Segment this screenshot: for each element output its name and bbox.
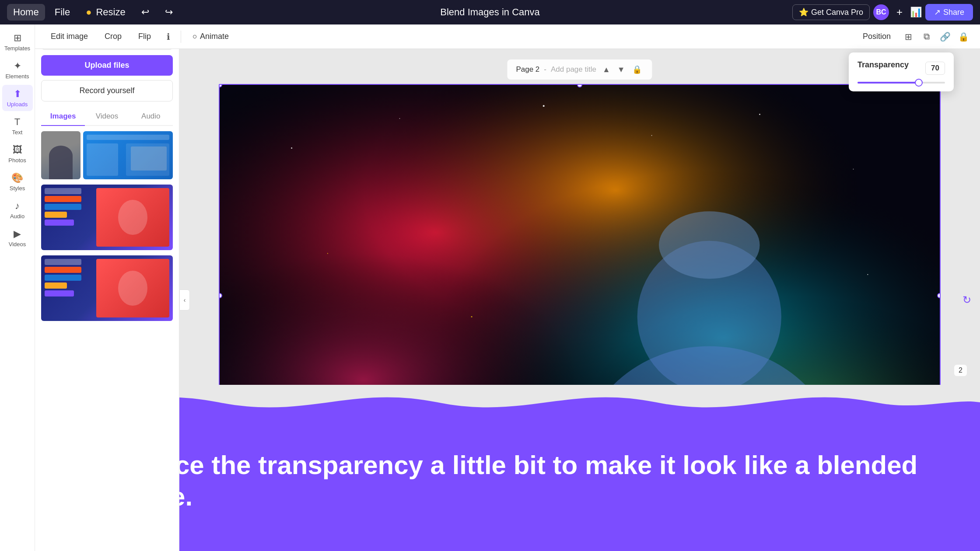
transparency-slider-track — [858, 82, 945, 84]
link-icon-button[interactable]: 🔗 — [937, 29, 953, 45]
media-tabs: Images Videos Audio — [41, 108, 173, 126]
analytics-icon[interactable]: 📊 — [910, 7, 922, 18]
videos-icon: ▶ — [14, 228, 21, 240]
left-sidebar: ⊞ Templates ✦ Elements ⬆ Uploads T Text … — [0, 24, 35, 551]
transparency-slider-fill — [858, 82, 919, 84]
page-label: Page 2 — [516, 65, 539, 74]
svg-point-18 — [659, 211, 760, 279]
add-page-title[interactable]: Add page title — [551, 65, 596, 74]
photos-icon: 🖼 — [13, 144, 22, 156]
thumb-screenshot-1[interactable] — [83, 131, 173, 179]
edit-image-label: Edit image — [51, 32, 88, 41]
transparency-title: Transparency — [858, 60, 909, 70]
sidebar-item-uploads[interactable]: ⬆ Uploads — [2, 85, 33, 111]
thumb-screenshot-3[interactable] — [41, 255, 173, 321]
share-button[interactable]: ↗ Share — [925, 4, 973, 21]
info-button[interactable]: ℹ — [161, 29, 176, 45]
sidebar-item-photos[interactable]: 🖼 Photos — [2, 141, 33, 167]
flip-button[interactable]: Flip — [131, 29, 158, 44]
page-indicator: 2 — [954, 365, 967, 376]
transparency-slider-thumb[interactable] — [915, 79, 923, 87]
uploads-icon: ⬆ — [14, 88, 21, 100]
edit-image-button[interactable]: Edit image — [44, 29, 95, 44]
sidebar-item-styles[interactable]: 🎨 Styles — [2, 169, 33, 195]
grid-row-2 — [41, 185, 173, 250]
upload-files-label: Upload files — [84, 61, 129, 70]
image-grid — [41, 131, 173, 321]
page-collapse-down[interactable]: ▼ — [616, 63, 627, 76]
edit-toolbar: Edit image Crop Flip ℹ ○ Animate Positio… — [35, 24, 980, 49]
svg-point-8 — [543, 105, 545, 107]
canva-pro-button[interactable]: ⭐ Get Canva Pro — [792, 4, 870, 20]
crop-label: Crop — [105, 32, 122, 41]
svg-point-11 — [853, 169, 854, 170]
transparency-icon-button[interactable]: ⧉ — [919, 29, 934, 45]
svg-point-12 — [327, 253, 328, 254]
separator: - — [544, 65, 546, 74]
audio-icon: ♪ — [15, 200, 20, 212]
top-navigation: Home File ● Resize ↩ ↪ Blend Images in C… — [0, 0, 980, 24]
record-yourself-label: Record yourself — [79, 86, 134, 95]
svg-point-6 — [291, 147, 292, 149]
resize-label: Resize — [96, 7, 125, 18]
thumb-screenshot-2[interactable] — [41, 185, 173, 250]
animate-icon: ○ — [192, 32, 197, 41]
thumb-portrait[interactable] — [41, 131, 80, 179]
lock-icon-button[interactable]: 🔒 — [956, 29, 971, 45]
transparency-value[interactable]: 70 — [925, 62, 945, 75]
styles-icon: 🎨 — [11, 172, 23, 184]
resize-button[interactable]: ● Resize — [80, 4, 132, 21]
grid-row-1 — [41, 131, 173, 179]
document-title: Blend Images in Canva — [440, 7, 539, 18]
svg-point-7 — [399, 118, 400, 119]
sidebar-item-elements[interactable]: ✦ Elements — [2, 57, 33, 83]
transparency-panel: Transparency 70 — [849, 52, 954, 91]
position-button[interactable]: Position — [856, 29, 898, 44]
add-collaborator-button[interactable]: + — [892, 5, 906, 19]
share-label: Share — [943, 8, 964, 17]
svg-point-9 — [651, 135, 652, 136]
tab-audio[interactable]: Audio — [129, 108, 173, 126]
avatar: BC — [873, 4, 889, 20]
templates-icon: ⊞ — [14, 32, 21, 44]
refresh-icon[interactable]: ↻ — [962, 294, 971, 306]
svg-point-14 — [867, 274, 868, 275]
star-icon: ⭐ — [799, 7, 808, 17]
file-label: File — [55, 7, 70, 18]
redo-button[interactable]: ↪ — [159, 4, 179, 21]
sidebar-item-audio[interactable]: ♪ Audio — [2, 197, 33, 223]
animate-button[interactable]: ○ Animate — [186, 29, 236, 44]
sidebar-item-videos[interactable]: ▶ Videos — [2, 225, 33, 251]
elements-icon: ✦ — [14, 60, 21, 72]
record-yourself-button[interactable]: Record yourself — [41, 80, 173, 101]
text-icon: T — [14, 116, 20, 128]
canva-pro-label: Get Canva Pro — [811, 8, 863, 17]
toolbar-divider — [181, 31, 181, 43]
animate-label: Animate — [200, 32, 229, 41]
sidebar-item-text[interactable]: T Text — [2, 113, 33, 139]
page-lock[interactable]: 🔒 — [630, 63, 644, 76]
upload-files-button[interactable]: Upload files — [41, 55, 173, 76]
page-collapse-up[interactable]: ▲ — [601, 63, 612, 76]
grid-icon-button[interactable]: ⊞ — [900, 29, 916, 45]
share-icon: ↗ — [934, 7, 941, 17]
resize-icon: ● — [86, 7, 91, 18]
handle-right-middle[interactable] — [937, 293, 941, 298]
crop-button[interactable]: Crop — [98, 29, 129, 44]
svg-point-13 — [471, 316, 472, 317]
uploads-panel: 🔍 Upload files Record yourself Images Vi… — [35, 24, 179, 551]
sidebar-item-templates[interactable]: ⊞ Templates — [2, 29, 33, 55]
svg-point-10 — [759, 114, 760, 115]
undo-button[interactable]: ↩ — [135, 4, 155, 21]
position-label: Position — [863, 32, 891, 41]
collapse-panel-button[interactable]: ‹ — [179, 289, 190, 310]
step-description: Reduce the transparency a little bit to … — [109, 450, 945, 513]
tab-videos[interactable]: Videos — [85, 108, 129, 126]
page-header: Page 2 - Add page title ▲ ▼ 🔒 — [507, 59, 652, 80]
home-label: Home — [13, 7, 39, 18]
flip-label: Flip — [138, 32, 151, 41]
grid-row-3 — [41, 255, 173, 321]
home-button[interactable]: Home — [7, 4, 45, 21]
file-button[interactable]: File — [49, 4, 76, 21]
tab-images[interactable]: Images — [41, 108, 85, 126]
